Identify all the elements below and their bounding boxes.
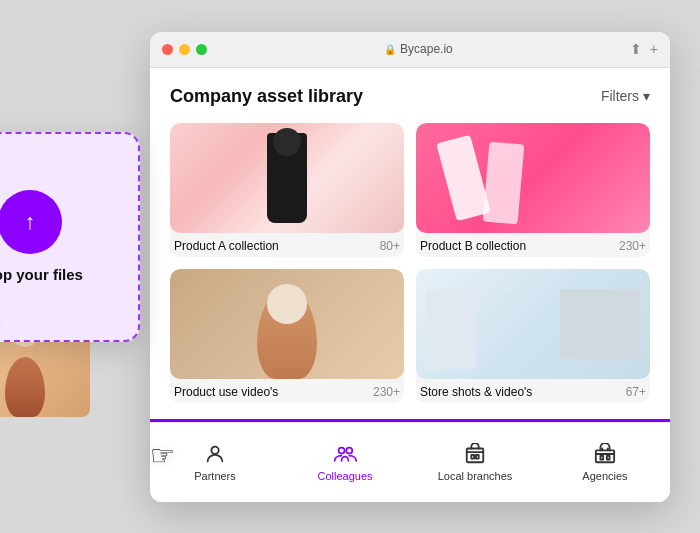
nav-label-colleagues: Colleagues [317, 470, 372, 482]
asset-image-product-a [170, 123, 404, 233]
share-icon[interactable]: ⬆ [630, 41, 642, 57]
nav-label-partners: Partners [194, 470, 236, 482]
drop-text: Drop your files [0, 266, 83, 283]
asset-image-store [416, 269, 650, 379]
asset-card-product-b[interactable]: Product B collection 230+ [416, 123, 650, 257]
main-content: Company asset library Filters ▾ Product … [150, 68, 670, 422]
url-text: Bycape.io [400, 42, 453, 56]
card-name-product-b: Product B collection [420, 239, 526, 253]
svg-rect-6 [596, 450, 614, 462]
svg-point-1 [339, 448, 345, 454]
person-icon [203, 442, 227, 466]
svg-point-0 [211, 447, 218, 454]
new-tab-icon[interactable]: + [650, 41, 658, 57]
filters-label: Filters [601, 88, 639, 104]
svg-point-2 [346, 448, 352, 454]
traffic-light-yellow[interactable] [179, 44, 190, 55]
address-bar: 🔒 Bycape.io [213, 42, 624, 56]
content-header: Company asset library Filters ▾ [170, 86, 650, 107]
card-count-product-a: 80+ [380, 239, 400, 253]
building-icon [463, 442, 487, 466]
svg-rect-7 [600, 456, 603, 460]
browser-actions: ⬆ + [630, 41, 658, 57]
svg-rect-8 [607, 456, 610, 460]
asset-grid: Product A collection 80+ Product B colle… [170, 123, 650, 403]
nav-label-local-branches: Local branches [438, 470, 513, 482]
chevron-down-icon: ▾ [643, 88, 650, 104]
nav-label-agencies: Agencies [582, 470, 627, 482]
card-name-product-a: Product A collection [174, 239, 279, 253]
svg-rect-4 [471, 455, 474, 459]
dropzone-panel[interactable]: ↑ Drop your files .mp4 .png [0, 132, 140, 342]
card-label-product-a: Product A collection 80+ [170, 233, 404, 257]
svg-rect-5 [476, 455, 479, 459]
filters-button[interactable]: Filters ▾ [601, 88, 650, 104]
browser-window: 🔒 Bycape.io ⬆ + Company asset library Fi… [150, 32, 670, 502]
colleagues-icon [333, 442, 357, 466]
traffic-light-green[interactable] [196, 44, 207, 55]
card-label-store: Store shots & video's 67+ [416, 379, 650, 403]
card-name-store: Store shots & video's [420, 385, 532, 399]
card-count-product-use: 230+ [373, 385, 400, 399]
traffic-light-red[interactable] [162, 44, 173, 55]
asset-card-product-a[interactable]: Product A collection 80+ [170, 123, 404, 257]
card-count-product-b: 230+ [619, 239, 646, 253]
card-name-product-use: Product use video's [174, 385, 278, 399]
asset-image-product-use [170, 269, 404, 379]
upload-circle: ↑ [0, 190, 62, 254]
card-label-product-use: Product use video's 230+ [170, 379, 404, 403]
asset-card-store[interactable]: Store shots & video's 67+ [416, 269, 650, 403]
lock-icon: 🔒 [384, 44, 396, 55]
scene-wrapper: ↑ Drop your files .mp4 .png ☞ 🔒 Bycape.i… [90, 32, 610, 502]
agency-icon [593, 442, 617, 466]
asset-card-product-use[interactable]: Product use video's 230+ [170, 269, 404, 403]
nav-item-local-branches[interactable]: Local branches [410, 423, 540, 502]
asset-image-product-b [416, 123, 650, 233]
hand-cursor-icon: ☞ [150, 439, 175, 472]
nav-item-agencies[interactable]: Agencies [540, 423, 670, 502]
card-count-store: 67+ [626, 385, 646, 399]
browser-chrome: 🔒 Bycape.io ⬆ + [150, 32, 670, 68]
page-title: Company asset library [170, 86, 363, 107]
bottom-nav: Partners Colleagues [150, 422, 670, 502]
card-label-product-b: Product B collection 230+ [416, 233, 650, 257]
upload-icon: ↑ [25, 209, 36, 235]
nav-item-colleagues[interactable]: Colleagues [280, 423, 410, 502]
